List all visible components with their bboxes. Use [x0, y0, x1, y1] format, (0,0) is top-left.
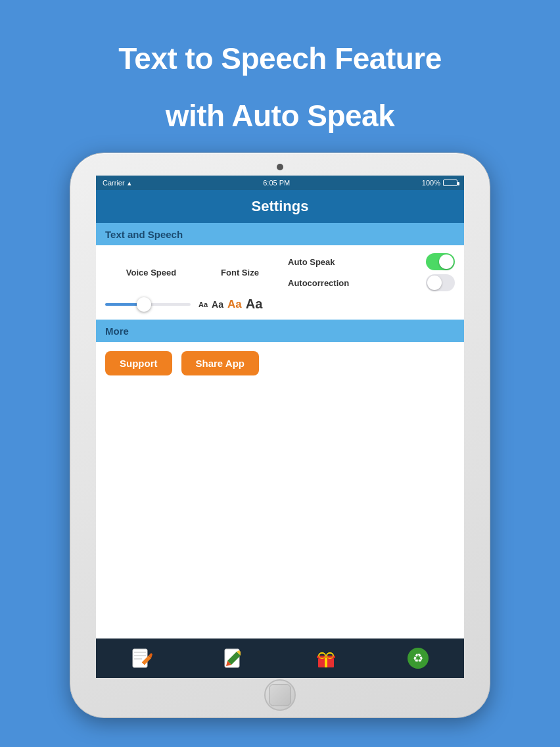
nav-bar: Settings	[96, 190, 464, 223]
autocorrection-toggle[interactable]	[426, 274, 455, 291]
status-time: 6:05 PM	[263, 179, 290, 187]
recycle-icon: ♻	[406, 646, 430, 670]
gift-icon	[314, 646, 338, 670]
more-header-label: More	[105, 325, 129, 337]
tab-pencil-marker[interactable]	[220, 644, 248, 673]
svg-rect-3	[134, 658, 142, 660]
auto-speak-label: Auto Speak	[288, 257, 335, 267]
font-size-lg[interactable]: Aa	[246, 297, 263, 312]
toggle-group: Auto Speak Autocorrection	[288, 253, 455, 291]
notepad-icon	[130, 646, 154, 670]
more-buttons-row: Support Share App	[105, 351, 455, 375]
front-camera	[277, 164, 283, 170]
screen: Carrier ▴ 6:05 PM 100% Settings Text and…	[96, 176, 464, 678]
status-left: Carrier ▴	[103, 179, 131, 187]
headline-line1: Text to Speech Feature	[118, 41, 442, 77]
auto-speak-row: Auto Speak	[288, 253, 455, 270]
battery-icon	[443, 180, 457, 186]
settings-labels-row: Voice Speed Font Size Auto Speak Autocor…	[105, 253, 455, 291]
home-button-inner	[269, 684, 291, 706]
svg-text:♻: ♻	[413, 652, 423, 665]
autocorrection-label: Autocorrection	[288, 278, 349, 288]
settings-content: Voice Speed Font Size Auto Speak Autocor…	[96, 245, 464, 320]
svg-rect-1	[134, 652, 146, 653]
tab-bar: ♻	[96, 639, 464, 678]
autocorrection-row: Autocorrection	[288, 274, 455, 291]
more-section-header: More	[96, 320, 464, 342]
battery-label: 100%	[422, 179, 440, 187]
text-speech-section-header: Text and Speech	[96, 223, 464, 245]
share-app-button[interactable]: Share App	[181, 351, 259, 375]
tab-gift[interactable]	[312, 644, 340, 673]
status-bar: Carrier ▴ 6:05 PM 100%	[96, 176, 464, 190]
support-button[interactable]: Support	[105, 351, 172, 375]
wifi-icon: ▴	[128, 179, 131, 187]
nav-title: Settings	[252, 198, 309, 215]
home-button[interactable]	[264, 679, 296, 711]
headline: Text to Speech Feature with Auto Speak	[118, 20, 442, 134]
auto-speak-toggle[interactable]	[426, 253, 455, 270]
pencil-marker-icon	[222, 646, 246, 670]
status-right: 100%	[422, 179, 457, 187]
headline-line2: with Auto Speak	[118, 98, 442, 134]
voice-speed-slider[interactable]	[105, 303, 191, 306]
more-content: Support Share App	[96, 342, 464, 639]
voice-speed-label: Voice Speed	[105, 268, 197, 277]
tablet-shell: Carrier ▴ 6:05 PM 100% Settings Text and…	[70, 153, 490, 718]
svg-rect-16	[317, 656, 335, 658]
font-size-label: Font Size	[197, 268, 283, 277]
font-size-options: Aa Aa Aa Aa	[198, 297, 262, 312]
svg-rect-2	[134, 655, 146, 656]
tab-notepad[interactable]	[128, 644, 156, 673]
font-size-xs[interactable]: Aa	[198, 301, 208, 308]
carrier-label: Carrier	[103, 179, 125, 187]
tab-recycle[interactable]: ♻	[404, 644, 432, 673]
font-size-sm[interactable]: Aa	[212, 299, 223, 310]
font-size-md[interactable]: Aa	[227, 298, 242, 311]
slider-font-row: Aa Aa Aa Aa	[105, 297, 455, 312]
text-speech-header-label: Text and Speech	[105, 229, 183, 240]
